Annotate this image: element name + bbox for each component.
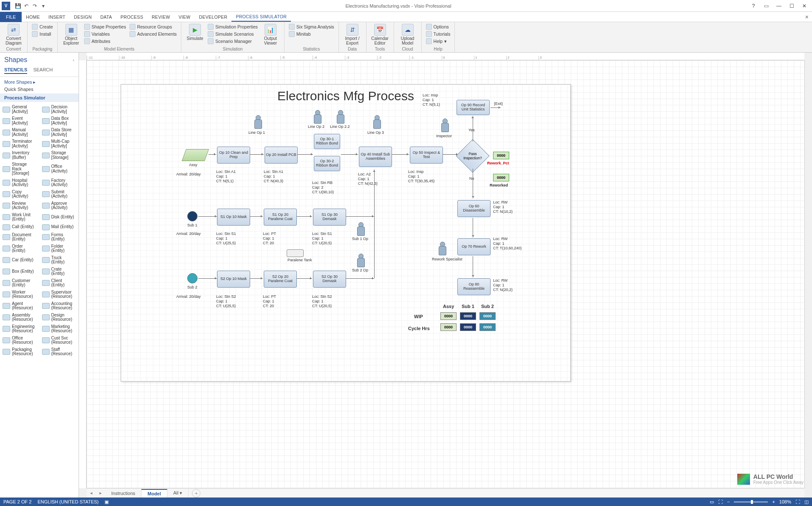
shape-stencil-item[interactable]: Office (Resource) xyxy=(0,335,39,346)
shape-stencil-item[interactable]: Event [Activity] xyxy=(0,115,39,127)
op50-box[interactable]: Op 50 Inspect & Test xyxy=(410,147,443,164)
shape-stencil-item[interactable]: Engineering (Resource) xyxy=(0,323,39,335)
shape-stencil-item[interactable]: Design (Resource) xyxy=(39,312,79,323)
search-tab[interactable]: SEARCH xyxy=(33,67,53,74)
shape-stencil-item[interactable]: Data Store [Activity] xyxy=(39,127,79,138)
zoom-out-icon[interactable]: − xyxy=(727,499,730,504)
tab-scroll-right-icon[interactable]: ▸ xyxy=(96,490,105,496)
shape-stencil-item[interactable]: Cust Svc (Resource) xyxy=(39,335,79,346)
person-icon[interactable] xyxy=(254,115,262,129)
qat-more-icon[interactable]: ▾ xyxy=(40,3,47,9)
shape-stencil-item[interactable]: Storage Rack [Storage] xyxy=(0,161,39,177)
scenario-manager-button[interactable]: Scenario Manager xyxy=(207,38,259,45)
tab-scroll-left-icon[interactable]: ◂ xyxy=(87,490,96,496)
install-button[interactable]: Install xyxy=(31,31,54,37)
person-icon[interactable] xyxy=(356,222,365,236)
shape-stencil-item[interactable]: Hospital (Activity) xyxy=(0,177,39,189)
output-viewer-button[interactable]: 📊Output Viewer xyxy=(260,23,281,45)
simulate-button[interactable]: ▶Simulate xyxy=(185,23,205,41)
shape-stencil-item[interactable]: Worker (Resource) xyxy=(0,289,39,300)
minitab-button[interactable]: Minitab xyxy=(288,31,335,37)
help-button[interactable]: Help ▾ xyxy=(425,38,451,45)
shape-stencil-item[interactable]: Crate (Entity) xyxy=(39,266,79,277)
shape-stencil-item[interactable]: Work Unit (Entity) xyxy=(0,212,39,223)
shape-stencil-item[interactable]: Call (Entity) xyxy=(0,223,39,232)
six-sigma-button[interactable]: Six Sigma Analysis xyxy=(288,23,335,30)
shape-stencil-item[interactable]: Car (Entity) xyxy=(0,254,39,266)
presentation-mode-icon[interactable]: ▭ xyxy=(710,499,714,505)
page-tab-all[interactable]: All ▾ xyxy=(167,489,189,497)
shape-stencil-item[interactable]: Folder (Entity) xyxy=(39,243,79,254)
macro-record-icon[interactable]: ▣ xyxy=(104,499,109,505)
assy-start-shape[interactable] xyxy=(182,149,209,161)
person-icon[interactable] xyxy=(438,242,446,255)
tab-process-simulator[interactable]: PROCESS SIMULATOR xyxy=(231,12,291,22)
s2op20-box[interactable]: S2 Op 20 Paralene Coat xyxy=(264,271,297,288)
shape-stencil-item[interactable]: Terminator [Activity] xyxy=(0,138,39,150)
shape-stencil-item[interactable]: Assembly (Resource) xyxy=(0,312,39,323)
shape-stencil-item[interactable]: Document (Entity) xyxy=(0,232,39,243)
drawing-page[interactable]: Electronics Mfg Process Line Op 1 Line O… xyxy=(121,84,571,382)
redo-icon[interactable]: ↷ xyxy=(31,3,38,9)
op30-1-box[interactable]: Op 30-1 Ribbon Bond xyxy=(314,134,340,149)
shape-stencil-item[interactable]: Accounting (Resource) xyxy=(39,300,79,312)
shape-stencil-item[interactable]: Mail (Entity) xyxy=(39,223,79,232)
sub1-entity[interactable] xyxy=(187,211,197,221)
tab-home[interactable]: HOME xyxy=(22,13,44,21)
resource-groups-button[interactable]: Resource Groups xyxy=(129,23,178,30)
s1op30-box[interactable]: S1 Op 30 Demask xyxy=(313,209,346,226)
shape-stencil-item[interactable]: Order (Entity) xyxy=(0,243,39,254)
shape-stencil-item[interactable]: Supervisor (Resource) xyxy=(39,289,79,300)
op90-box[interactable]: Op 90 Record Unit Statistics xyxy=(457,100,490,115)
op10-box[interactable]: Op 10 Clean and Prep xyxy=(217,147,250,164)
status-language[interactable]: ENGLISH (UNITED STATES) xyxy=(37,499,99,505)
shape-stencil-item[interactable]: Disk (Entity) xyxy=(39,212,79,223)
shape-stencil-item[interactable]: General [Activity] xyxy=(0,104,39,115)
shape-stencil-item[interactable]: Client (Entity) xyxy=(39,277,79,289)
shape-stencil-item[interactable]: Box (Entity) xyxy=(0,266,39,277)
fit-page-icon[interactable]: ⛶ xyxy=(718,499,723,504)
tab-insert[interactable]: INSERT xyxy=(44,13,70,21)
fit-window-icon[interactable]: ⛶ xyxy=(795,499,800,504)
shape-stencil-item[interactable]: Agent (Resource) xyxy=(0,300,39,312)
shape-stencil-item[interactable]: Inventory (Buffer) xyxy=(0,150,39,161)
shape-properties-button[interactable]: Shape Properties xyxy=(83,23,127,30)
add-page-button[interactable]: + xyxy=(192,489,200,498)
sub2-entity[interactable] xyxy=(187,273,197,283)
simulate-scenarios-button[interactable]: Simulate Scenarios xyxy=(207,31,259,37)
shape-stencil-item[interactable]: Staff (Resource) xyxy=(39,346,79,358)
shape-stencil-item[interactable]: Multi-Cap [Activity] xyxy=(39,138,79,150)
attributes-button[interactable]: Attributes xyxy=(83,38,127,45)
quick-shapes-link[interactable]: Quick Shapes xyxy=(0,85,79,93)
shape-stencil-item[interactable]: Packaging (Resource) xyxy=(0,346,39,358)
shape-stencil-item[interactable]: Forms (Entity) xyxy=(39,232,79,243)
help-icon[interactable]: ? xyxy=(747,2,759,10)
status-page[interactable]: PAGE 2 OF 2 xyxy=(3,499,31,505)
shape-stencil-item[interactable]: Customer (Entity) xyxy=(0,277,39,289)
advanced-elements-button[interactable]: Advanced Elements xyxy=(129,31,178,37)
vertical-scrollbar[interactable] xyxy=(804,60,812,488)
op20-box[interactable]: Op 20 Install PCB xyxy=(265,147,298,164)
person-icon[interactable] xyxy=(336,110,344,124)
convert-diagram-button[interactable]: ⇄Convert Diagram xyxy=(3,23,24,45)
drawing-canvas[interactable]: Electronics Mfg Process Line Op 1 Line O… xyxy=(87,60,804,488)
zoom-level[interactable]: 108% xyxy=(779,499,791,504)
shape-stencil-item[interactable]: Approve (Activity) xyxy=(39,200,79,212)
zoom-in-icon[interactable]: + xyxy=(772,499,775,504)
maximize-icon[interactable]: ☐ xyxy=(786,2,798,10)
collapse-shapes-icon[interactable]: ‹ xyxy=(73,57,74,62)
s1op10-box[interactable]: S1 Op 10 Mask xyxy=(217,209,250,226)
create-button[interactable]: Create xyxy=(31,23,54,30)
shape-stencil-item[interactable]: Factory (Activity) xyxy=(39,177,79,189)
close-icon[interactable]: ✕ xyxy=(798,2,810,10)
person-icon[interactable] xyxy=(440,119,449,132)
page-tab-instructions[interactable]: Instructions xyxy=(105,489,141,497)
save-icon[interactable]: 💾 xyxy=(14,3,21,9)
shape-stencil-item[interactable]: Decision [Activity] xyxy=(39,104,79,115)
op60-box[interactable]: Op 60 Disassemble xyxy=(457,200,491,217)
shape-stencil-item[interactable]: Manual [Activity] xyxy=(0,127,39,138)
shape-stencil-item[interactable]: Truck (Entity) xyxy=(39,254,79,266)
tab-process[interactable]: PROCESS xyxy=(116,13,147,21)
shape-stencil-item[interactable]: Office (Activity) xyxy=(39,161,79,177)
tab-review[interactable]: REVIEW xyxy=(147,13,174,21)
